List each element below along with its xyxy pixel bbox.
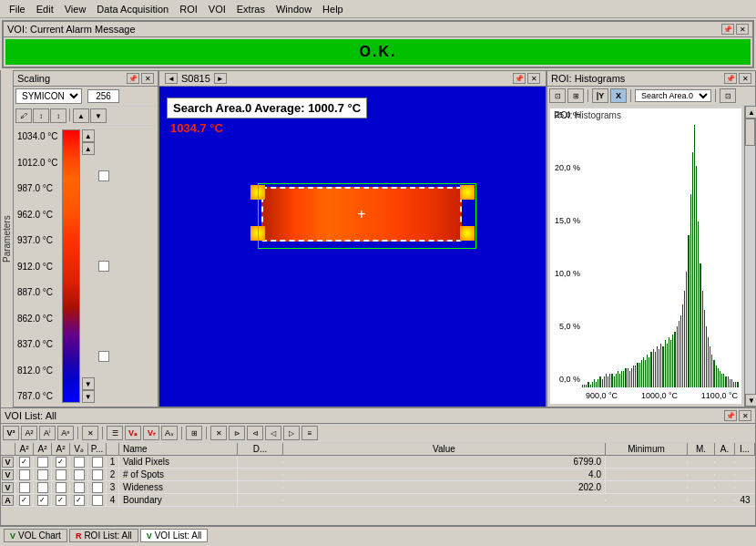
alarm-pin-button[interactable]: 📌 <box>721 24 734 35</box>
hist-scroll-thumb[interactable] <box>745 118 755 146</box>
check-a2-1[interactable] <box>34 457 52 468</box>
scale-tool-1[interactable]: 🖊 <box>15 108 32 123</box>
hist-fit-btn[interactable]: ⊞ <box>567 88 584 103</box>
menu-file[interactable]: File <box>4 2 31 16</box>
check-a1-3[interactable] <box>15 482 34 493</box>
voi-tb-9[interactable]: Aₓ <box>161 426 178 440</box>
scale-tool-5[interactable]: ▼ <box>90 108 107 123</box>
alarm-close-button[interactable]: ✕ <box>736 24 749 35</box>
check-a3-2[interactable] <box>52 469 70 480</box>
hist-bar <box>660 344 661 388</box>
check-a1-1[interactable] <box>15 457 34 468</box>
voi-tb-14[interactable]: ◁ <box>265 426 281 440</box>
check-p-1[interactable] <box>88 457 107 468</box>
img-left-btn[interactable]: ◄ <box>165 73 178 84</box>
scroll-down-btn[interactable]: ▼ <box>82 377 95 390</box>
check-va-1[interactable] <box>70 457 88 468</box>
voi-close-btn[interactable]: ✕ <box>739 410 751 421</box>
check-a2-4[interactable] <box>34 495 52 506</box>
menu-help[interactable]: Help <box>317 2 349 16</box>
check-a3-4[interactable] <box>52 495 70 506</box>
check-a2-3[interactable] <box>34 482 52 493</box>
num-1: 1 <box>107 456 119 468</box>
voi-tb-5[interactable]: ✕ <box>82 426 98 440</box>
scroll-bot-btn[interactable]: ▼ <box>82 390 95 403</box>
hist-scrollbar[interactable]: ▲ ▼ <box>744 106 755 407</box>
check-a2-2[interactable] <box>34 469 52 480</box>
img-close-btn[interactable]: ✕ <box>527 73 540 84</box>
voi-tb-15[interactable]: ▷ <box>283 426 300 440</box>
check-a1-4[interactable] <box>15 495 34 506</box>
color-bar-wrapper: ▲ ▲ ▼ ▼ <box>62 129 154 403</box>
y-label-3: 10,0 % <box>555 269 580 278</box>
hist-bar <box>706 326 707 387</box>
tab-vol-chart[interactable]: V VOL Chart <box>4 529 67 542</box>
hist-bar <box>704 310 705 387</box>
scale-tool-4[interactable]: ▲ <box>73 108 89 123</box>
voi-tb-16[interactable]: ≡ <box>301 426 318 440</box>
check-va-2[interactable] <box>70 469 88 480</box>
check-a3-3[interactable] <box>52 482 70 493</box>
voi-tb-10[interactable]: ⊞ <box>186 426 202 440</box>
hist-extra-btn[interactable]: ⊡ <box>720 88 736 103</box>
menu-view[interactable]: View <box>59 2 92 16</box>
scroll-mid-btn[interactable]: ▲ <box>82 142 95 155</box>
menu-window[interactable]: Window <box>271 2 317 16</box>
voi-tb-6[interactable]: ☰ <box>107 426 123 440</box>
dtype-1 <box>238 461 283 463</box>
scale-tool-2[interactable]: ↕ <box>33 108 49 123</box>
check-a3-1[interactable] <box>52 457 70 468</box>
scroll-up-btn[interactable]: ▲ <box>82 129 95 142</box>
colormap-dropdown[interactable]: SYMICON <box>15 88 82 104</box>
check-va-4[interactable] <box>70 495 88 506</box>
hist-pin-btn[interactable]: 📌 <box>724 73 737 84</box>
menu-roi[interactable]: ROI <box>174 2 203 16</box>
thermal-image[interactable]: Search Area.0 Average: 1000.7 °C 1034.7 … <box>159 87 546 407</box>
menu-data-acquisition[interactable]: Data Acquisition <box>91 2 174 16</box>
hist-x-btn[interactable]: X <box>610 88 627 103</box>
voi-tb-4[interactable]: Aⁿ <box>57 426 74 440</box>
levels-input[interactable] <box>87 89 119 103</box>
hist-y-btn[interactable]: |Y <box>592 88 608 103</box>
voi-tb-7[interactable]: Vₐ <box>125 426 141 440</box>
hist-header: ROI: Histograms 📌 ✕ <box>547 71 755 87</box>
voi-tb-2[interactable]: A² <box>21 426 37 440</box>
check-p-2[interactable] <box>88 469 107 480</box>
check-1[interactable] <box>98 261 109 272</box>
check-p-4[interactable] <box>88 495 107 506</box>
tab-voi-list[interactable]: V VOI List: All <box>140 529 209 542</box>
y-label-4: 5,0 % <box>559 322 580 331</box>
hist-dropdown[interactable]: Search Area.0 <box>635 89 711 102</box>
tab-roi-list[interactable]: R ROI List: All <box>69 529 138 542</box>
voi-tb-1[interactable]: V³ <box>3 426 19 440</box>
menu-extras[interactable]: Extras <box>231 2 271 16</box>
hist-zoom-btn[interactable]: ⊡ <box>549 88 566 103</box>
hist-scroll-down[interactable]: ▼ <box>745 394 756 407</box>
voi-tb-12[interactable]: ⊳ <box>229 426 245 440</box>
check-2[interactable] <box>98 351 109 362</box>
menu-voi[interactable]: VOI <box>203 2 231 16</box>
menu-edit[interactable]: Edit <box>31 2 59 16</box>
check-a1-2[interactable] <box>15 469 34 480</box>
img-right-btn[interactable]: ► <box>214 73 227 84</box>
voi-tb-11[interactable]: ✕ <box>210 426 227 440</box>
check-va-3[interactable] <box>70 482 88 493</box>
check-p-3[interactable] <box>88 482 107 493</box>
voi-pin-btn[interactable]: 📌 <box>724 410 737 421</box>
scaling-pin-btn[interactable]: 📌 <box>127 73 139 84</box>
hist-scroll-track[interactable] <box>745 118 755 394</box>
hist-close-btn[interactable]: ✕ <box>739 73 751 84</box>
voi-tb-13[interactable]: ⊲ <box>247 426 263 440</box>
voi-header: VOI List: All 📌 ✕ <box>1 408 755 424</box>
scaling-close-btn[interactable]: ✕ <box>141 73 154 84</box>
scale-tool-3[interactable]: ↕ <box>50 108 66 123</box>
name-2: # of Spots <box>119 469 238 480</box>
hist-scroll-up[interactable]: ▲ <box>745 106 756 118</box>
min-3 <box>606 487 688 489</box>
voi-tb-3[interactable]: Aⁱ <box>39 426 56 440</box>
img-pin-btn[interactable]: 📌 <box>513 73 526 84</box>
col-badge <box>1 443 15 455</box>
check-0[interactable] <box>98 170 109 181</box>
col-p: P... <box>88 443 107 455</box>
voi-tb-8[interactable]: Vᵣ <box>143 426 159 440</box>
